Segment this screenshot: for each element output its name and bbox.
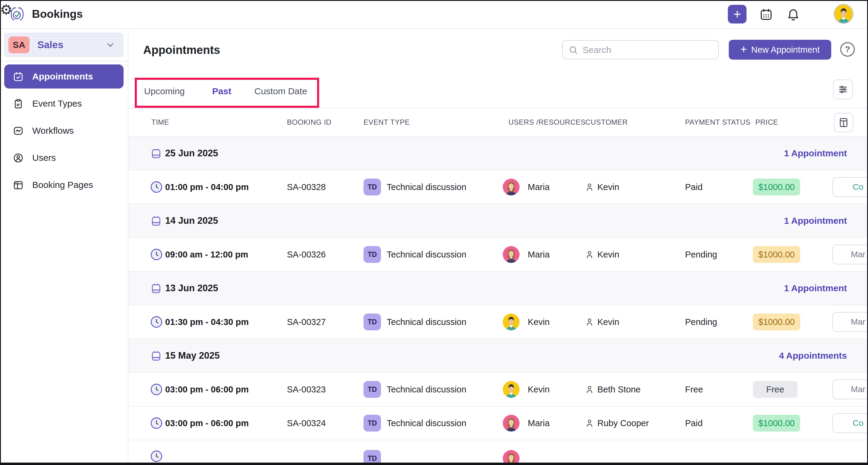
payment-status: Paid	[685, 182, 703, 192]
sidebar-item-label: Booking Pages	[32, 180, 93, 190]
tab-upcoming[interactable]: Upcoming	[144, 86, 185, 96]
calendar-icon[interactable]	[759, 7, 773, 22]
column-header-customer: CUSTOMER	[585, 118, 628, 127]
user-avatar	[503, 381, 520, 398]
tabs-row: Upcoming Past Custom Date	[128, 71, 868, 108]
row-action-button[interactable]: Co	[832, 413, 868, 433]
date-group-row: 13 Jun 2025 1 Appointment	[128, 272, 868, 305]
booking-id: SA-00328	[287, 182, 326, 192]
event-type-badge: TD	[364, 313, 381, 330]
payment-status: Paid	[685, 418, 703, 428]
sidebar-item-event-types[interactable]: Event Types	[4, 92, 124, 115]
row-action-button[interactable]: Mar	[832, 244, 868, 264]
help-icon[interactable]: ?	[840, 42, 855, 57]
date-group-row: 14 Jun 2025 1 Appointment	[128, 204, 868, 238]
calendar-date-icon	[150, 350, 162, 362]
new-appointment-label: New Appointment	[751, 45, 819, 55]
event-type-badge: TD	[364, 178, 381, 195]
plus-icon: +	[740, 43, 747, 55]
workspace-name: Sales	[37, 39, 63, 51]
date-group-row: 15 May 2025 4 Appointments	[128, 339, 868, 373]
sidebar-item-booking-pages[interactable]: Booking Pages	[4, 173, 124, 197]
sidebar-item-workflows[interactable]: Workflows	[4, 119, 124, 143]
group-date: 13 Jun 2025	[165, 283, 218, 294]
clock-icon	[150, 248, 163, 261]
group-appointment-count[interactable]: 1 Appointment	[784, 148, 847, 158]
price-badge: $1000.00	[753, 313, 800, 330]
brand: Bookings	[9, 0, 83, 28]
sidebar-item-users[interactable]: Users	[4, 146, 124, 170]
workflow-wave-icon	[13, 125, 24, 136]
clock-icon	[150, 383, 163, 396]
row-action-button[interactable]: Mar	[832, 312, 868, 332]
row-action-button[interactable]: Mar	[832, 379, 868, 399]
booking-id: SA-00326	[287, 250, 326, 260]
app-title: Bookings	[32, 8, 83, 21]
group-appointment-count[interactable]: 1 Appointment	[784, 215, 847, 226]
booking-id: SA-00323	[287, 385, 326, 395]
table-body: 25 Jun 2025 1 Appointment 01:00 pm - 04:…	[128, 137, 868, 440]
appointment-time: 01:00 pm - 04:00 pm	[165, 182, 249, 192]
main-content: Appointments + New Appointment ? Upcomin…	[128, 29, 868, 465]
page-title: Appointments	[143, 44, 220, 57]
table-row[interactable]: 03:00 pm - 06:00 pm SA-00324 TD Technica…	[128, 406, 868, 440]
sidebar-item-label: Event Types	[32, 98, 82, 109]
user-name: Kevin	[528, 385, 550, 395]
customer-name: Beth Stone	[597, 385, 641, 395]
new-appointment-button[interactable]: + New Appointment	[729, 40, 831, 60]
column-header-time: TIME	[151, 118, 169, 127]
tab-past[interactable]: Past	[212, 86, 231, 96]
group-appointment-count[interactable]: 1 Appointment	[784, 283, 847, 293]
column-header-payment-status: PAYMENT STATUS	[685, 118, 750, 127]
customer-name: Kevin	[597, 182, 619, 192]
table-row[interactable]: 01:00 pm - 04:00 pm SA-00328 TD Technica…	[128, 170, 868, 204]
tab-custom-date[interactable]: Custom Date	[254, 86, 307, 96]
search-input[interactable]	[582, 41, 713, 59]
payment-status: Pending	[685, 317, 717, 327]
table-row-partial: TD	[128, 440, 868, 465]
clock-icon	[150, 417, 163, 429]
event-type-badge: TD	[364, 450, 381, 465]
payment-status: Free	[685, 385, 703, 395]
date-group-row: 25 Jun 2025 1 Appointment	[128, 137, 868, 170]
person-icon	[584, 317, 595, 327]
chevron-down-icon	[105, 39, 116, 50]
browser-window-icon	[13, 179, 24, 191]
sidebar-item-label: Appointments	[32, 71, 93, 81]
quick-add-button[interactable]: +	[728, 5, 747, 24]
sidebar-item-appointments[interactable]: Appointments	[4, 64, 124, 89]
search-box	[562, 40, 719, 59]
customer-name: Ruby Cooper	[597, 418, 649, 428]
user-avatar	[503, 415, 520, 432]
user-name: Maria	[528, 418, 550, 428]
calendar-date-icon	[150, 147, 162, 159]
calendar-date-icon	[150, 282, 162, 294]
clock-icon	[150, 450, 163, 463]
column-settings-button[interactable]	[834, 113, 853, 132]
user-avatar	[503, 178, 520, 195]
table-columns-icon	[838, 117, 849, 128]
row-action-button[interactable]: Co	[832, 177, 868, 197]
price-badge: Free	[753, 381, 798, 398]
filter-button[interactable]	[833, 79, 853, 99]
group-appointment-count[interactable]: 4 Appointments	[779, 351, 847, 361]
table-header: TIME BOOKING ID EVENT TYPE USERS /RESOUR…	[128, 108, 868, 137]
group-date: 14 Jun 2025	[165, 215, 218, 226]
price-badge: $1000.00	[753, 246, 800, 263]
user-avatar	[503, 313, 520, 330]
search-icon	[568, 45, 578, 55]
person-icon	[584, 250, 595, 260]
table-row[interactable]: 03:00 pm - 06:00 pm SA-00323 TD Technica…	[128, 373, 868, 406]
appointment-time: 01:30 pm - 04:30 pm	[165, 317, 249, 327]
notifications-bell-icon[interactable]	[786, 7, 800, 22]
calendar-check-icon	[13, 71, 24, 82]
price-badge: $1000.00	[753, 178, 800, 195]
workspace-selector[interactable]: SA Sales	[4, 33, 124, 57]
group-date: 25 Jun 2025	[165, 148, 218, 159]
profile-avatar[interactable]	[834, 4, 854, 24]
event-type-name: Technical discussion	[387, 418, 466, 428]
appointment-time: 03:00 pm - 06:00 pm	[165, 385, 249, 395]
table-row[interactable]: 01:30 pm - 04:30 pm SA-00327 TD Technica…	[128, 305, 868, 339]
user-name: Maria	[528, 250, 550, 260]
table-row[interactable]: 09:00 am - 12:00 pm SA-00326 TD Technica…	[128, 238, 868, 272]
